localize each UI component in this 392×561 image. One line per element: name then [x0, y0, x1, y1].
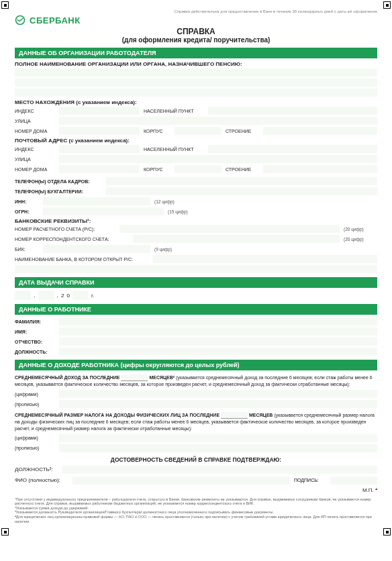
date-year-suffix: г.: [91, 293, 94, 299]
footnote: ¹При отсутствии у индивидуального предпр…: [15, 497, 377, 506]
addr-locality-input[interactable]: [208, 107, 377, 115]
doc-title: СПРАВКА: [15, 27, 377, 36]
conf-fio-input[interactable]: [72, 476, 290, 484]
addr-house-label: НОМЕР ДОМА: [15, 129, 55, 134]
tax-months-input[interactable]: [221, 412, 248, 419]
ogrn-input[interactable]: [43, 207, 164, 215]
avg-months-input[interactable]: [121, 374, 148, 381]
tax-suffix: МЕСЯЦЕВ: [249, 413, 273, 417]
addr-index-input[interactable]: [59, 107, 140, 115]
confirmation-heading: ДОСТОВЕРНОСТЬ СВЕДЕНИЙ В СПРАВКЕ ПОДТВЕР…: [15, 456, 377, 463]
addr-street-input[interactable]: [59, 117, 377, 125]
bank-name-input[interactable]: [15, 265, 377, 273]
date-year-prefix: 0: [66, 293, 69, 299]
conf-fio-label: ФИО (полностью):: [15, 477, 68, 483]
position-input[interactable]: [59, 348, 377, 356]
alignment-marker: [1, 1, 9, 9]
addr-street-label: УЛИЦА: [15, 157, 55, 162]
addr-korpus-input[interactable]: [175, 127, 222, 135]
addr-building-label: СТРОЕНИЕ: [226, 167, 259, 172]
bik-input[interactable]: [43, 245, 150, 253]
date-dot: .: [34, 292, 36, 299]
doc-subtitle: (для оформления кредита/ поручительства): [15, 36, 377, 44]
patronymic-input[interactable]: [59, 338, 377, 346]
signature-input[interactable]: [330, 476, 377, 484]
name-label: ИМЯ:: [15, 329, 55, 334]
avg-words-input[interactable]: [59, 400, 377, 408]
addr-index-label: ИНДЕКС: [15, 147, 55, 152]
avg-income-prefix: СРЕДНЕМЕСЯЧНЫЙ ДОХОД ЗА ПОСЛЕДНИЕ: [15, 375, 120, 380]
stamp-mp: М.П. ⁴: [15, 487, 377, 493]
rs-label: НОМЕР РАСЧЕТНОГО СЧЕТА (Р/С):: [15, 227, 115, 232]
addr-street-input[interactable]: [59, 155, 377, 163]
acc-phone-label: ТЕЛЕФОН(Ы) БУХГАЛТЕРИИ:: [15, 189, 102, 194]
addr-index-input[interactable]: [59, 145, 140, 153]
ks-label: НОМЕР КОРРЕСПОНДЕНТСКОГО СЧЕТА:: [15, 237, 129, 242]
addr-street-label: УЛИЦА: [15, 119, 55, 123]
rs-input[interactable]: [119, 225, 340, 233]
tax-line: СРЕДНЕМЕСЯЧНЫЙ РАЗМЕР НАЛОГА НА ДОХОДЫ Ф…: [15, 412, 377, 431]
addr-house-input[interactable]: [59, 165, 140, 173]
section-employee: ДАННЫЕ О РАБОТНИКЕ: [15, 304, 377, 315]
validity-note: Справка действительна для предоставления…: [15, 9, 377, 13]
inn-input[interactable]: [43, 197, 150, 205]
footnote: ²Указывается сумма дохода до удержаний.: [15, 506, 377, 511]
addr-building-input[interactable]: [263, 165, 377, 173]
addr-locality-label: НАСЕЛЕННЫЙ ПУНКТ: [144, 109, 204, 113]
alignment-marker: [383, 1, 391, 9]
tax-prefix: СРЕДНЕМЕСЯЧНЫЙ РАЗМЕР НАЛОГА НА ДОХОДЫ Ф…: [15, 413, 219, 417]
avg-digits-input[interactable]: [59, 390, 377, 398]
addr-locality-input[interactable]: [208, 145, 377, 153]
org-full-name-input[interactable]: [15, 79, 377, 87]
issue-date: . . 2 0 г.: [15, 291, 377, 300]
org-location-label: МЕСТО НАХОЖДЕНИЯ (с указанием индекса):: [15, 99, 377, 105]
ks-input[interactable]: [133, 235, 340, 243]
rs-hint: (20 цифр): [344, 227, 377, 232]
brand-row: СБЕРБАНК: [15, 15, 377, 26]
bik-label: БИК:: [15, 247, 39, 252]
digits-label: (цифрами): [15, 436, 55, 440]
bank-name-label: НАИМЕНОВАНИЕ БАНКА, В КОТОРОМ ОТКРЫТ Р/С…: [15, 257, 149, 262]
inn-hint: (12 цифр): [154, 199, 175, 204]
tax-words-input[interactable]: [59, 444, 377, 452]
position-label: ДОЛЖНОСТЬ:: [15, 350, 55, 354]
surname-input[interactable]: [59, 317, 377, 325]
inn-label: ИНН:: [15, 199, 39, 204]
bank-name-input[interactable]: [153, 255, 377, 263]
addr-locality-label: НАСЕЛЕННЫЙ ПУНКТ: [144, 147, 204, 152]
date-year-input[interactable]: [72, 291, 89, 300]
date-day-input[interactable]: [15, 291, 31, 300]
brand-name: СБЕРБАНК: [30, 15, 81, 26]
avg-income-suffix: МЕСЯЦЕВ²: [149, 375, 175, 380]
conf-position-input[interactable]: [62, 466, 377, 474]
addr-house-input[interactable]: [59, 127, 140, 135]
addr-korpus-label: КОРПУС: [144, 129, 170, 134]
alignment-marker: [1, 528, 9, 536]
signature-label: ПОДПИСЬ:: [294, 478, 326, 482]
org-full-name-input[interactable]: [15, 89, 377, 97]
addr-korpus-label: КОРПУС: [144, 167, 170, 172]
addr-building-input[interactable]: [263, 127, 377, 135]
surname-label: ФАМИЛИЯ:: [15, 319, 55, 324]
ogrn-hint: (15 цифр): [168, 209, 188, 214]
acc-phone-input[interactable]: [106, 187, 377, 195]
digits-label: (цифрами): [15, 392, 55, 397]
footnotes: ¹При отсутствии у индивидуального предпр…: [15, 497, 377, 524]
bank-req-label: БАНКОВСКИЕ РЕКВИЗИТЫ¹:: [15, 218, 377, 224]
org-postal-label: ПОЧТОВЫЙ АДРЕС (с указанием индекса):: [15, 138, 377, 144]
section-date: ДАТА ВЫДАЧИ СПРАВКИ: [15, 277, 377, 288]
org-full-name-input[interactable]: [15, 68, 377, 76]
addr-korpus-input[interactable]: [175, 165, 222, 173]
footnote: ⁴Для юридических лиц организационно-прав…: [15, 515, 377, 523]
patronymic-label: ОТЧЕСТВО:: [15, 340, 55, 344]
name-input[interactable]: [59, 327, 377, 336]
sberbank-logo-icon: [15, 15, 26, 26]
org-full-name-label: ПОЛНОЕ НАИМЕНОВАНИЕ ОРГАНИЗАЦИИ ИЛИ ОРГА…: [15, 61, 377, 67]
addr-building-label: СТРОЕНИЕ: [226, 129, 259, 134]
hr-phone-input[interactable]: [106, 177, 377, 185]
hr-phone-label: ТЕЛЕФОН(Ы) ОТДЕЛА КАДРОВ:: [15, 179, 102, 184]
ogrn-label: ОГРН:: [15, 209, 39, 214]
words-label: (прописью): [15, 402, 55, 407]
tax-digits-input[interactable]: [59, 434, 377, 442]
date-month-input[interactable]: [38, 291, 54, 300]
